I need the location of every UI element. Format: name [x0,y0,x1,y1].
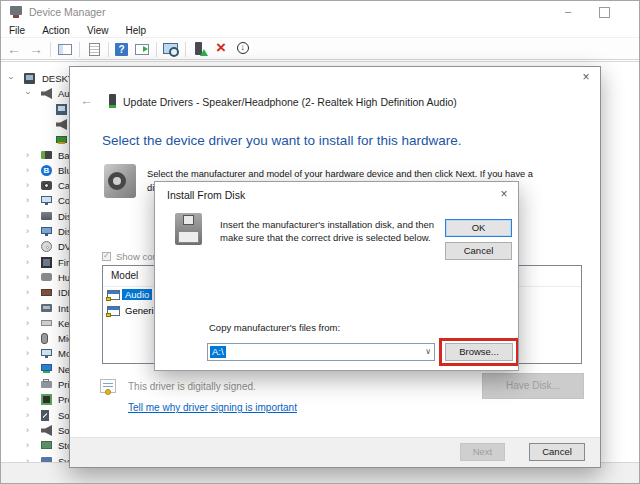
battery-icon [41,151,52,159]
chevron-collapsed-icon[interactable]: › [26,394,29,404]
chevron-collapsed-icon[interactable]: › [26,364,29,374]
print-icon [41,381,52,388]
dialog-message: Insert the manufacturer's installation d… [220,218,434,244]
speaker-icon [56,119,67,130]
install-from-disk-dialog: Install From Disk × Insert the manufactu… [154,181,519,371]
toolbar-separator [156,42,157,57]
net-icon [41,364,52,371]
sound-card-icon [56,136,67,143]
chevron-collapsed-icon[interactable]: › [26,211,29,221]
toolbar-separator [79,42,80,57]
display-icon [41,227,52,234]
menu-item-file[interactable]: File [9,25,25,36]
menu-bar: FileActionViewHelp [1,23,639,38]
toolbar [1,39,639,60]
chevron-collapsed-icon[interactable]: › [26,150,29,160]
driver-signing-link[interactable]: Tell me why driver signing is important [128,402,297,413]
chevron-collapsed-icon[interactable]: › [26,165,29,175]
bluetooth-icon [41,165,52,176]
chevron-collapsed-icon[interactable]: › [26,287,29,297]
forward-arrow-icon[interactable] [28,41,44,57]
chevron-down-icon[interactable]: ∨ [425,347,431,356]
message-line-1: Insert the manufacturer's installation d… [220,218,434,231]
monitor-icon [41,196,52,203]
properties-icon[interactable] [86,41,102,57]
update-driver-icon[interactable] [192,41,208,57]
ide-icon [41,289,52,296]
computer-icon [24,73,35,84]
show-console-tree-icon[interactable] [57,41,73,57]
chevron-collapsed-icon[interactable]: › [26,440,29,450]
have-disk-button[interactable]: Have Disk... [482,373,584,399]
hid-icon [41,273,52,281]
driver-icon [109,94,116,108]
software-icon [41,410,49,421]
toolbar-separator [50,42,51,57]
toolbar-separator [108,42,109,57]
floppy-disk-icon [175,213,202,245]
model-label: Generi [122,305,157,316]
chevron-collapsed-icon[interactable]: › [26,379,29,389]
title-bar: Device Manager – [1,1,639,23]
chevron-collapsed-icon[interactable]: › [26,318,29,328]
wizard-heading: Select the device driver you want to ins… [102,133,461,148]
chevron-collapsed-icon[interactable]: › [26,303,29,313]
audio-endpoint-icon [56,104,67,115]
menu-item-help[interactable]: Help [125,25,146,36]
close-icon[interactable]: × [578,70,594,86]
model-label: Audio [122,289,152,300]
keyboard-icon [41,320,52,326]
dialog-footer: Next Cancel [70,437,600,468]
dialog-title: Update Drivers - Speaker/Headphone (2- R… [123,96,457,108]
drive-path-combobox[interactable]: A:\ ∨ [207,343,435,361]
drive-path-value: A:\ [210,346,226,358]
back-arrow-icon[interactable]: ← [80,93,93,108]
uninstall-device-icon[interactable] [214,41,230,57]
device-manager-window: Device Manager – FileActionViewHelp ›DES… [0,0,640,484]
disable-device-icon[interactable] [236,41,252,57]
chevron-expanded-icon[interactable]: › [6,77,16,80]
instruction-line-1: Select the manufacturer and model of you… [147,168,599,182]
scan-hardware-changes-icon[interactable] [163,41,179,57]
chevron-collapsed-icon[interactable]: › [26,241,29,251]
ok-button[interactable]: OK [445,219,512,237]
chevron-collapsed-icon[interactable]: › [26,410,29,420]
model-column-header: Model [111,270,138,281]
chevron-collapsed-icon[interactable]: › [26,333,29,343]
minimize-button[interactable]: – [553,3,583,21]
help-icon[interactable] [115,43,128,56]
chevron-collapsed-icon[interactable]: › [26,195,29,205]
camera-icon [41,181,52,190]
dvd-icon [41,241,52,252]
chevron-collapsed-icon[interactable]: › [26,180,29,190]
chevron-collapsed-icon[interactable]: › [26,257,29,267]
window-title: Device Manager [29,6,105,18]
driver-package-icon [107,306,120,316]
menu-item-view[interactable]: View [87,25,109,36]
cancel-button[interactable]: Cancel [529,443,585,461]
chevron-collapsed-icon[interactable]: › [26,272,29,282]
back-arrow-icon[interactable] [6,41,22,57]
chevron-collapsed-icon[interactable]: › [26,348,29,358]
show-compatible-checkbox[interactable] [102,252,111,261]
menu-item-action[interactable]: Action [42,25,70,36]
sound-icon [41,425,52,436]
monitor-icon [41,349,52,356]
cancel-button[interactable]: Cancel [445,242,512,260]
storage-icon [41,441,52,449]
chevron-expanded-icon[interactable]: › [23,92,33,95]
audio-icon [41,88,52,99]
maximize-button[interactable] [599,7,610,18]
dialog-title: Install From Disk [167,189,245,201]
show-action-pane-icon[interactable] [134,41,150,57]
chevron-collapsed-icon[interactable]: › [26,226,29,236]
close-icon[interactable]: × [496,187,512,203]
certificate-icon [100,379,116,393]
intel-icon [41,304,52,312]
driver-package-icon [107,290,120,300]
digitally-signed-text: This driver is digitally signed. [128,381,256,392]
disk-icon [41,212,52,220]
chevron-collapsed-icon[interactable]: › [26,425,29,435]
next-button[interactable]: Next [460,443,505,461]
firmware-icon [41,257,52,268]
